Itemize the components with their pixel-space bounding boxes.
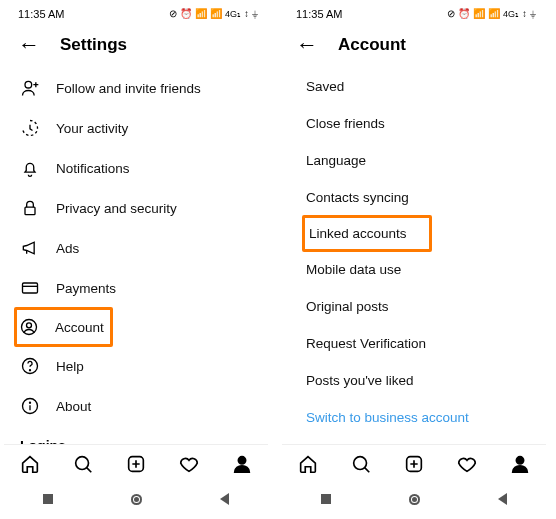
status-icons: ⊘ ⏰ 📶 📶 4G₁ ↕ ⏚: [169, 9, 258, 19]
search-icon[interactable]: [72, 453, 94, 479]
row-label: Mobile data use: [306, 262, 401, 277]
signal1-icon: 📶: [195, 9, 207, 19]
add-post-icon[interactable]: [125, 453, 147, 479]
profile-icon[interactable]: [231, 453, 253, 479]
activity-icon: [20, 118, 40, 138]
data-icon: ↕: [244, 9, 249, 19]
row-follow-invite[interactable]: Follow and invite friends: [16, 68, 254, 108]
row-original-posts[interactable]: Original posts: [282, 288, 546, 325]
svg-point-8: [30, 402, 31, 403]
home-button[interactable]: [409, 494, 420, 505]
signal2-icon: 📶: [210, 9, 222, 19]
link-switch-business[interactable]: Switch to business account: [282, 399, 546, 436]
info-icon: [20, 396, 40, 416]
svg-point-14: [516, 456, 523, 463]
home-icon[interactable]: [297, 453, 319, 479]
profile-icon[interactable]: [509, 453, 531, 479]
row-label: Original posts: [306, 299, 389, 314]
row-your-activity[interactable]: Your activity: [16, 108, 254, 148]
signal1-icon: 📶: [473, 9, 485, 19]
android-nav-bar: [282, 486, 546, 512]
page-title: Settings: [60, 35, 127, 55]
home-icon[interactable]: [19, 453, 41, 479]
row-language[interactable]: Language: [282, 142, 546, 179]
row-label: Linked accounts: [309, 226, 407, 241]
megaphone-icon: [20, 238, 40, 258]
row-about[interactable]: About: [16, 386, 254, 426]
row-label: Notifications: [56, 161, 130, 176]
svg-point-4: [27, 323, 32, 328]
recents-button[interactable]: [321, 494, 331, 504]
status-time: 11:35 AM: [296, 8, 342, 20]
recents-button[interactable]: [43, 494, 53, 504]
search-icon[interactable]: [350, 453, 372, 479]
titlebar: ← Account: [282, 24, 546, 68]
row-label: Payments: [56, 281, 116, 296]
heart-icon[interactable]: [456, 453, 478, 479]
home-button[interactable]: [131, 494, 142, 505]
back-button[interactable]: [220, 493, 229, 505]
row-label: Help: [56, 359, 84, 374]
svg-point-0: [25, 81, 32, 88]
account-icon: [19, 317, 39, 337]
signal2-icon: 📶: [488, 9, 500, 19]
row-mobile-data[interactable]: Mobile data use: [282, 251, 546, 288]
row-label: Follow and invite friends: [56, 81, 201, 96]
card-icon: [20, 278, 40, 298]
row-label: Language: [306, 153, 366, 168]
row-label: Your activity: [56, 121, 128, 136]
row-label: Request Verification: [306, 336, 426, 351]
screenshot-settings: 11:35 AM ⊘ ⏰ 📶 📶 4G₁ ↕ ⏚ ← Settings Foll…: [4, 4, 268, 512]
row-label: Close friends: [306, 116, 385, 131]
dnd-icon: ⊘: [447, 9, 455, 19]
network-label: 4G₁: [225, 10, 241, 19]
network-label: 4G₁: [503, 10, 519, 19]
status-icons: ⊘ ⏰ 📶 📶 4G₁ ↕ ⏚: [447, 9, 536, 19]
row-privacy-security[interactable]: Privacy and security: [16, 188, 254, 228]
row-ads[interactable]: Ads: [16, 228, 254, 268]
row-label: Account: [55, 320, 104, 335]
back-icon[interactable]: ←: [18, 34, 40, 56]
add-post-icon[interactable]: [403, 453, 425, 479]
page-title: Account: [338, 35, 406, 55]
person-plus-icon: [20, 78, 40, 98]
row-label: Ads: [56, 241, 79, 256]
account-list[interactable]: Saved Close friends Language Contacts sy…: [282, 68, 546, 436]
help-icon: [20, 356, 40, 376]
battery-icon: ⏚: [252, 9, 258, 19]
row-request-verification[interactable]: Request Verification: [282, 325, 546, 362]
svg-point-9: [76, 456, 89, 469]
alarm-icon: ⏰: [180, 9, 192, 19]
bell-icon: [20, 158, 40, 178]
bottom-nav: [4, 444, 268, 486]
row-notifications[interactable]: Notifications: [16, 148, 254, 188]
status-bar: 11:35 AM ⊘ ⏰ 📶 📶 4G₁ ↕ ⏚: [282, 4, 546, 24]
status-time: 11:35 AM: [18, 8, 64, 20]
row-label: Privacy and security: [56, 201, 177, 216]
back-icon[interactable]: ←: [296, 34, 318, 56]
row-help[interactable]: Help: [16, 346, 254, 386]
data-icon: ↕: [522, 9, 527, 19]
svg-point-6: [30, 370, 31, 371]
row-label: Contacts syncing: [306, 190, 409, 205]
svg-rect-1: [25, 207, 35, 215]
row-linked-accounts[interactable]: Linked accounts: [302, 215, 432, 252]
row-label: About: [56, 399, 91, 414]
settings-list[interactable]: Follow and invite friends Your activity …: [4, 68, 268, 456]
row-payments[interactable]: Payments: [16, 268, 254, 308]
status-bar: 11:35 AM ⊘ ⏰ 📶 📶 4G₁ ↕ ⏚: [4, 4, 268, 24]
heart-icon[interactable]: [178, 453, 200, 479]
row-close-friends[interactable]: Close friends: [282, 105, 546, 142]
battery-icon: ⏚: [530, 9, 536, 19]
row-contacts-syncing[interactable]: Contacts syncing: [282, 179, 546, 216]
android-nav-bar: [4, 486, 268, 512]
svg-rect-2: [23, 283, 38, 293]
row-saved[interactable]: Saved: [282, 68, 546, 105]
back-button[interactable]: [498, 493, 507, 505]
row-posts-liked[interactable]: Posts you've liked: [282, 362, 546, 399]
row-account[interactable]: Account: [14, 307, 113, 347]
svg-point-11: [238, 456, 245, 463]
row-label: Posts you've liked: [306, 373, 414, 388]
bottom-nav: [282, 444, 546, 486]
screenshot-account: 11:35 AM ⊘ ⏰ 📶 📶 4G₁ ↕ ⏚ ← Account Saved…: [282, 4, 546, 512]
